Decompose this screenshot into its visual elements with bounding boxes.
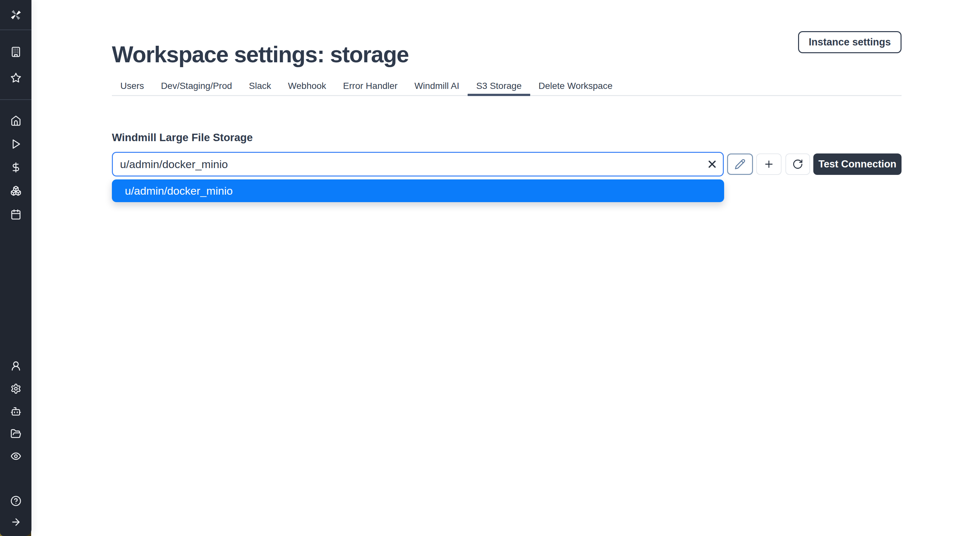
user-icon[interactable] xyxy=(10,361,21,372)
tab-dev-staging-prod[interactable]: Dev/Staging/Prod xyxy=(153,77,240,95)
calendar-icon[interactable] xyxy=(10,209,21,220)
arrow-right-icon[interactable] xyxy=(10,517,21,528)
resource-dropdown-option-selected[interactable]: u/admin/docker_minio xyxy=(112,179,724,202)
page-title: Workspace settings: storage xyxy=(112,43,409,66)
tab-error-handler[interactable]: Error Handler xyxy=(335,77,406,95)
help-icon[interactable] xyxy=(10,495,21,506)
sidebar-divider xyxy=(0,30,32,30)
resource-input-wrap xyxy=(112,152,724,177)
tab-users[interactable]: Users xyxy=(112,77,153,95)
section-title-large-file-storage: Windmill Large File Storage xyxy=(112,131,253,144)
instance-settings-button[interactable]: Instance settings xyxy=(798,31,902,53)
x-clear-icon[interactable] xyxy=(706,158,718,170)
play-icon[interactable] xyxy=(10,139,21,150)
robot-icon[interactable] xyxy=(10,406,21,417)
tab-windmill-ai[interactable]: Windmill AI xyxy=(406,77,468,95)
plus-icon xyxy=(764,159,775,170)
storage-control-row: Test Connection xyxy=(112,152,902,177)
star-icon[interactable] xyxy=(10,72,21,83)
refresh-resources-button[interactable] xyxy=(786,153,810,175)
tab-s3-storage[interactable]: S3 Storage xyxy=(468,77,530,95)
s3-resource-input[interactable] xyxy=(112,152,724,177)
pencil-edit-icon xyxy=(735,159,746,170)
tab-webhook[interactable]: Webhook xyxy=(280,77,335,95)
sidebar xyxy=(0,0,32,536)
folder-open-icon[interactable] xyxy=(10,428,21,439)
tab-delete-workspace[interactable]: Delete Workspace xyxy=(530,77,621,95)
building-icon[interactable] xyxy=(10,46,21,57)
refresh-icon xyxy=(792,159,803,170)
edit-resource-button[interactable] xyxy=(727,153,753,175)
test-connection-button[interactable]: Test Connection xyxy=(813,153,902,175)
tab-slack[interactable]: Slack xyxy=(240,77,280,95)
sidebar-divider xyxy=(0,99,32,100)
dollar-icon[interactable] xyxy=(10,162,21,173)
boxes-icon[interactable] xyxy=(10,185,21,196)
add-resource-button[interactable] xyxy=(756,153,781,175)
settings-gear-icon[interactable] xyxy=(10,383,21,394)
home-icon[interactable] xyxy=(10,115,21,126)
windmill-logo[interactable] xyxy=(8,7,24,23)
settings-tab-bar: Users Dev/Staging/Prod Slack Webhook Err… xyxy=(112,77,902,96)
eye-icon[interactable] xyxy=(10,451,21,462)
